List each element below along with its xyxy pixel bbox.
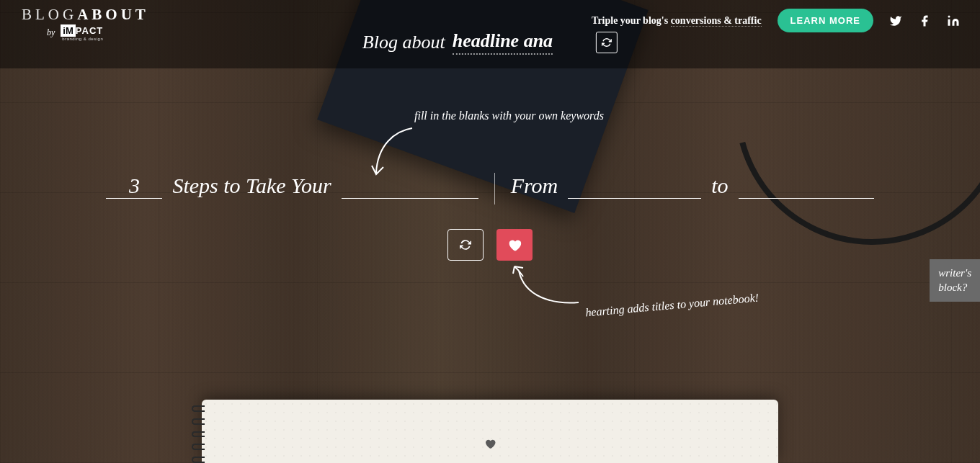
impact-pact: PACT: [76, 25, 103, 36]
hint-fill-blanks: fill in the blanks with your own keyword…: [414, 109, 604, 122]
notebook-spiral: [192, 405, 205, 463]
promo-prefix: Triple your blog's: [592, 15, 671, 26]
blog-about-prefix: Blog about: [362, 32, 445, 53]
blank-number-input[interactable]: [106, 173, 162, 199]
refresh-headline-button[interactable]: [447, 229, 484, 261]
facebook-icon[interactable]: [918, 14, 931, 27]
refresh-icon: [460, 239, 471, 251]
headline-text-1: Steps to Take Your: [172, 174, 331, 198]
vertical-divider: [494, 173, 495, 204]
notebook-heart-button[interactable]: [484, 437, 496, 453]
heart-outline-icon: [484, 437, 496, 450]
logo-part2: ABOUT: [77, 6, 149, 23]
heart-button[interactable]: [496, 229, 533, 261]
promo-text: Triple your blog's conversions & traffic: [592, 15, 762, 27]
impact-logo: iMPACT branding & design: [61, 24, 103, 41]
refresh-topic-button[interactable]: [596, 32, 618, 53]
heart-icon: [507, 237, 522, 253]
linkedin-icon[interactable]: [947, 14, 960, 27]
refresh-icon: [602, 37, 612, 48]
action-row: [447, 229, 533, 261]
headline-text-3: to: [711, 174, 728, 198]
writers-block-line1: writer's: [938, 267, 971, 279]
blank-input-3[interactable]: [739, 173, 874, 199]
writers-block-tab[interactable]: writer's block?: [930, 259, 980, 302]
blank-input-2[interactable]: [568, 173, 701, 199]
blog-topic-value[interactable]: headline ana: [453, 30, 553, 55]
logo-text: BLOGABOUT: [22, 6, 149, 24]
impact-tagline: branding & design: [61, 37, 103, 41]
arrow-heart-icon: [510, 265, 582, 315]
twitter-icon[interactable]: [889, 14, 902, 27]
learn-more-button[interactable]: LEARN MORE: [778, 9, 873, 32]
logo[interactable]: BLOGABOUT by iMPACT branding & design: [22, 6, 149, 41]
logo-part1: BLOG: [22, 6, 77, 23]
headline-template: Steps to Take Your From to: [0, 173, 980, 204]
header-right: Triple your blog's conversions & traffic…: [592, 9, 960, 32]
blank-input-1[interactable]: [342, 173, 478, 199]
blog-about-line: Blog about headline ana: [362, 30, 618, 55]
headline-text-2: From: [511, 174, 558, 198]
writers-block-line2: block?: [938, 282, 967, 293]
header-bar: BLOGABOUT by iMPACT branding & design Tr…: [0, 0, 980, 68]
promo-underlined: conversions & traffic: [671, 15, 762, 27]
impact-im: iM: [61, 24, 75, 37]
logo-subline: by iMPACT branding & design: [22, 24, 149, 41]
notebook[interactable]: [202, 400, 778, 463]
logo-by: by: [47, 27, 55, 38]
